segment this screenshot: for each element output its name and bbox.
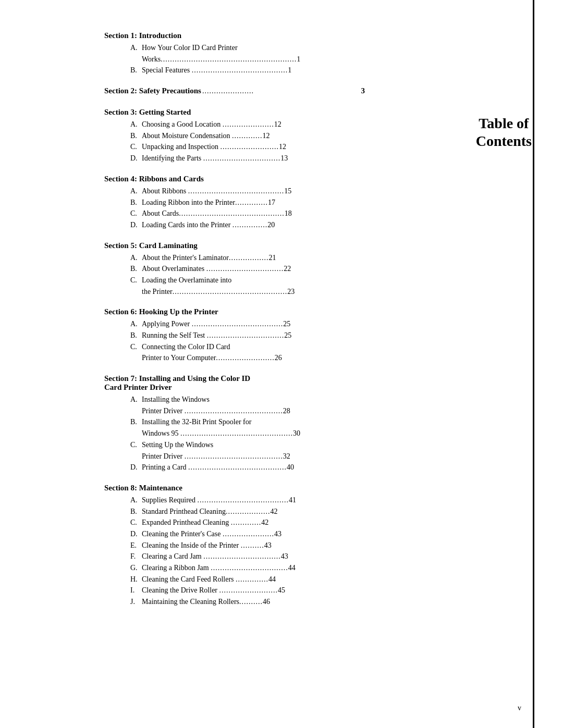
entry-text: How Your Color ID Card Printer <box>142 42 238 54</box>
toc-title: Table of Contents <box>476 115 532 150</box>
entry-text: Printing a Card ........................… <box>142 462 365 473</box>
section-2: Section 2: Safety Precautions ..........… <box>104 87 365 97</box>
entry-text: Expanded Printhead Cleaning ............… <box>142 517 365 528</box>
entry-text: About Cards.............................… <box>142 208 365 219</box>
entry-text: Maintaining the Cleaning Rollers........… <box>142 596 365 608</box>
entry-text: Choosing a Good Location ...............… <box>142 119 365 130</box>
entry-letter: C. <box>130 141 142 153</box>
entry-text: About Moisture Condensation ............… <box>142 130 365 142</box>
entry-text: Installing the 32-Bit Print Spooler for <box>142 416 251 428</box>
entry-letter: B. <box>130 130 142 142</box>
entry-letter: C. <box>130 275 142 286</box>
entry-letter: C. <box>130 517 142 528</box>
entry-text: Installing the Windows <box>142 394 210 405</box>
toc-title-line2: Contents <box>476 132 532 150</box>
section-4: Section 4: Ribbons and Cards A. About Ri… <box>104 175 365 231</box>
entry-text: Setting Up the Windows <box>142 439 213 451</box>
entry-letter: D. <box>130 153 142 164</box>
section-5-title: Section 5: Card Laminating <box>104 241 365 250</box>
entry-letter: F. <box>130 551 142 562</box>
entry-letter: B. <box>130 416 142 428</box>
page-number: v <box>518 704 521 712</box>
section-7-title-line1: Section 7: Installing and Using the Colo… <box>104 374 365 383</box>
section-7-title-line2: Card Printer Driver <box>104 383 365 392</box>
entry-text: Loading the Overlaminate into <box>142 275 231 286</box>
entry-text: Loading Ribbon into the Printer.........… <box>142 197 365 208</box>
section-4-title: Section 4: Ribbons and Cards <box>104 175 365 183</box>
toc-title-line1: Table of <box>476 115 532 132</box>
entry-letter: D. <box>130 219 142 231</box>
entry-letter: B. <box>130 263 142 275</box>
entry-letter: B. <box>130 197 142 208</box>
section-2-dots: ...................... <box>201 87 361 95</box>
right-border <box>533 0 534 728</box>
entry-letter: B. <box>130 330 142 341</box>
entry-letter: B. <box>130 506 142 517</box>
entry-text: Connecting the Color ID Card <box>142 341 230 353</box>
section-7: Section 7: Installing and Using the Colo… <box>104 374 365 473</box>
entry-text-cont: Printer Driver .........................… <box>142 405 365 417</box>
entry-letter: G. <box>130 562 142 574</box>
entry-text-cont: Windows 95 .............................… <box>142 428 365 439</box>
section-8-title: Section 8: Maintenance <box>104 484 365 492</box>
section-2-page: 3 <box>361 87 365 95</box>
section-5: Section 5: Card Laminating A. About the … <box>104 241 365 298</box>
entry-letter: A. <box>130 495 142 506</box>
entry-text: Applying Power .........................… <box>142 318 365 330</box>
entry-letter: H. <box>130 574 142 585</box>
entry-text: Cleaning the Drive Roller ..............… <box>142 585 365 596</box>
section-6-title: Section 6: Hooking Up the Printer <box>104 307 365 316</box>
section-6: Section 6: Hooking Up the Printer A. App… <box>104 307 365 364</box>
section-8: Section 8: Maintenance A. Supplies Requi… <box>104 484 365 608</box>
entry-letter: I. <box>130 585 142 596</box>
entry-text: Cleaning the Inside of the Printer .....… <box>142 540 365 551</box>
entry-letter: C. <box>130 341 142 353</box>
section-1-title: Section 1: Introduction <box>104 31 365 40</box>
entry-text: Standard Printhead Cleaning.............… <box>142 506 365 517</box>
entry-letter: D. <box>130 462 142 473</box>
entry-text: About Overlaminates ....................… <box>142 263 365 275</box>
main-content: Section 1: Introduction A. How Your Colo… <box>0 0 391 728</box>
section-3-title: Section 3: Getting Started <box>104 108 365 117</box>
entry-letter: B. <box>130 65 142 76</box>
entry-letter: A. <box>130 252 142 264</box>
entry-text: Cleaning the Card Feed Rollers .........… <box>142 574 365 585</box>
entry-letter: D. <box>130 528 142 540</box>
entry-letter: C. <box>130 208 142 219</box>
entry-text: Clearing a Card Jam ....................… <box>142 551 365 562</box>
entry-text: Identifying the Parts ..................… <box>142 153 365 164</box>
entry-letter: E. <box>130 540 142 551</box>
entry-letter: A. <box>130 119 142 130</box>
entry-text: Special Features .......................… <box>142 65 365 76</box>
section-1: Section 1: Introduction A. How Your Colo… <box>104 31 365 76</box>
entry-text-cont: the Printer.............................… <box>142 286 365 298</box>
entry-text: About the Printer's Laminator...........… <box>142 252 365 264</box>
section-3: Section 3: Getting Started A. Choosing a… <box>104 108 365 164</box>
entry-text: Supplies Required ......................… <box>142 495 365 506</box>
entry-text-cont: Works...................................… <box>142 54 365 65</box>
entry-text: Clearing a Ribbon Jam ..................… <box>142 562 365 574</box>
entry-letter: A. <box>130 394 142 405</box>
entry-text: Loading Cards into the Printer .........… <box>142 219 365 231</box>
entry-letter: C. <box>130 439 142 451</box>
entry-letter: J. <box>130 596 142 608</box>
entry-text: Cleaning the Printer's Case ............… <box>142 528 365 540</box>
entry-text: About Ribbons ..........................… <box>142 186 365 197</box>
section-2-title: Section 2: Safety Precautions <box>104 87 201 95</box>
entry-text: Running the Self Test ..................… <box>142 330 365 341</box>
entry-letter: A. <box>130 42 142 54</box>
entry-letter: A. <box>130 318 142 330</box>
page-container: Section 1: Introduction A. How Your Colo… <box>0 0 563 728</box>
entry-text-cont: Printer Driver .........................… <box>142 451 365 462</box>
entry-letter: A. <box>130 186 142 197</box>
entry-text: Unpacking and Inspection ...............… <box>142 141 365 153</box>
entry-text-cont: Printer to Your Computer................… <box>142 352 365 364</box>
